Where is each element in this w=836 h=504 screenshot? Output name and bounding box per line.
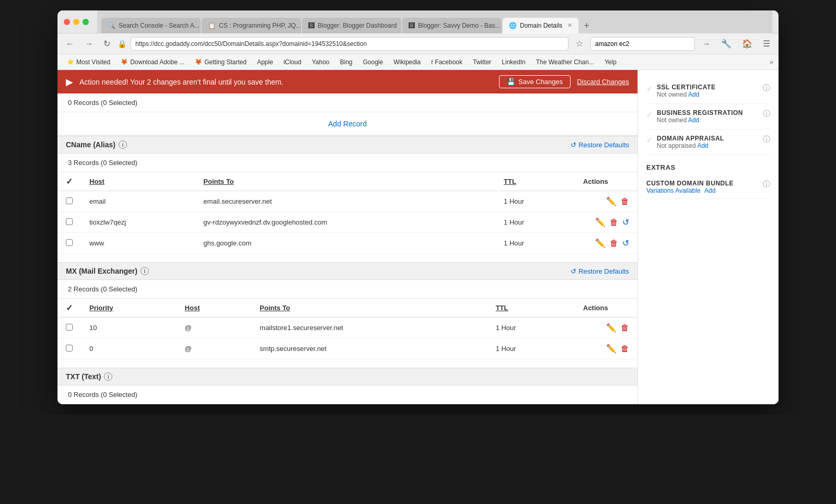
cname-row2-checkbox[interactable] [66, 218, 73, 225]
bookmark-getting-started[interactable]: 🦊 Getting Started [191, 57, 251, 67]
add-record-link[interactable]: Add Record [328, 120, 367, 128]
tab-search-console[interactable]: 🔍 Search Console - Search A... ✕ [101, 18, 201, 33]
undo-icon-cname-row3[interactable]: ↺ [622, 238, 629, 248]
mx-col-host: Host [185, 304, 200, 312]
tab-close-domain[interactable]: ✕ [567, 22, 572, 29]
bookmark-star[interactable]: ☆ [573, 38, 586, 50]
ssl-add-link[interactable]: Add [688, 91, 699, 98]
bookmark-yahoo[interactable]: Yahoo [308, 57, 334, 67]
tab-cs-programming[interactable]: 📋 CS : Programming PHP, JQ... ✕ [202, 18, 301, 33]
cname-restore-label: Restore Defaults [578, 141, 629, 149]
minimize-button[interactable] [73, 19, 79, 25]
close-button[interactable] [64, 19, 70, 25]
delete-icon-cname-row3[interactable]: 🗑 [610, 239, 618, 248]
bookmark-yelp[interactable]: Yelp [600, 57, 621, 67]
cname-select-all[interactable]: ✓ [66, 177, 73, 186]
ssl-status-text: Not owned [657, 91, 687, 98]
tab-label-blogger2: Blogger: Savvy Demo - Bas... [418, 22, 500, 29]
tab-label-cs: CS : Programming PHP, JQ... [219, 22, 301, 29]
bookmark-download-adobe[interactable]: 🦊 Download Adobe ... [117, 57, 189, 67]
bookmark-label-facebook: Facebook [435, 58, 462, 66]
delete-icon-mx-row2[interactable]: 🗑 [621, 344, 629, 354]
bookmark-apple[interactable]: Apple [253, 57, 277, 67]
delete-icon-mx-row1[interactable]: 🗑 [621, 323, 629, 333]
cname-col-actions: Actions [575, 172, 637, 191]
extras-bundle-add-link[interactable]: Add [704, 187, 715, 194]
cname-row2-points-to: gv-rdzoywyxvednzf.dv.googlehosted.com [195, 212, 495, 233]
home-button[interactable]: 🏠 [739, 38, 756, 50]
edit-icon-cname-row3[interactable]: ✏️ [595, 238, 606, 248]
menu-button[interactable]: ☰ [760, 38, 773, 50]
edit-icon-mx-row2[interactable]: ✏️ [606, 344, 617, 354]
business-reg-check-icon: ✓ [646, 110, 653, 119]
add-record-row: Add Record [57, 112, 637, 136]
domain-appraisal-info-icon[interactable]: ⓘ [763, 135, 770, 144]
banner-text: Action needed! Your 2 changes aren't fin… [79, 78, 493, 86]
cname-row1-actions: ✏️ 🗑 [583, 196, 629, 206]
edit-icon-cname-row2[interactable]: ✏️ [595, 217, 606, 227]
edit-icon-mx-row1[interactable]: ✏️ [606, 323, 617, 333]
txt-info-icon[interactable]: i [104, 372, 112, 381]
reload-button[interactable]: ↻ [100, 38, 113, 50]
mx-info-icon[interactable]: i [141, 267, 149, 275]
table-row: 10 @ mailstore1.secureserver.net 1 Hour … [57, 318, 637, 338]
back-button[interactable]: ← [63, 38, 77, 50]
bookmark-twitter[interactable]: Twitter [469, 57, 495, 67]
undo-icon-cname-row2[interactable]: ↺ [622, 217, 629, 227]
bookmark-icon-download-adobe: 🦊 [121, 58, 128, 65]
bookmark-label-wikipedia: Wikipedia [393, 58, 421, 66]
ssl-info-icon[interactable]: ⓘ [763, 84, 770, 93]
business-reg-info-icon[interactable]: ⓘ [763, 109, 770, 119]
bookmark-label-google: Google [363, 58, 384, 66]
bookmark-most-visited[interactable]: ⭐ Most Visited [63, 57, 114, 67]
business-reg-add-link[interactable]: Add [688, 116, 699, 124]
bookmark-label-yahoo: Yahoo [312, 58, 330, 66]
mx-col-priority: Priority [89, 304, 113, 312]
bookmark-icloud[interactable]: iCloud [280, 57, 306, 67]
extras-bundle-info-icon[interactable]: ⓘ [763, 180, 770, 189]
top-records-count: 0 Records (0 Selected) [57, 93, 637, 112]
tab-label-domain: Domain Details [520, 22, 562, 29]
url-input[interactable] [131, 37, 568, 51]
ssl-check-icon: ✓ [646, 85, 653, 93]
right-sidebar: ✓ SSL CERTIFICATE Not owned Add ⓘ [637, 70, 779, 404]
mx-row1-priority: 10 [81, 318, 177, 338]
bookmark-linkedin[interactable]: LinkedIn [497, 57, 529, 67]
mx-row1-checkbox[interactable] [66, 324, 73, 331]
bookmark-facebook[interactable]: f Facebook [427, 57, 467, 67]
save-changes-button[interactable]: 💾 Save Changes [499, 75, 571, 88]
domain-appraisal-add-link[interactable]: Add [697, 142, 708, 149]
search-input[interactable] [590, 37, 695, 51]
search-go[interactable]: → [699, 38, 714, 50]
mx-select-all[interactable]: ✓ [66, 303, 73, 312]
bookmark-label-apple: Apple [257, 58, 273, 66]
toolbar-button[interactable]: 🔧 [718, 38, 735, 50]
cname-info-icon[interactable]: i [119, 140, 127, 149]
bookmark-weather[interactable]: The Weather Chan... [532, 57, 598, 67]
cname-row1-checkbox[interactable] [66, 197, 73, 204]
mx-row2-checkbox[interactable] [66, 345, 73, 351]
tab-blogger-savvy[interactable]: 🅱 Blogger: Savvy Demo - Bas... ✕ [402, 18, 502, 33]
bookmark-label-yelp: Yelp [605, 58, 617, 66]
save-changes-label: Save Changes [518, 78, 563, 86]
main-content: ▶ Action needed! Your 2 changes aren't f… [57, 70, 637, 404]
tab-domain-details[interactable]: 🌐 Domain Details ✕ [503, 18, 578, 33]
bookmark-google[interactable]: Google [359, 57, 388, 67]
edit-icon-cname-row1[interactable]: ✏️ [606, 196, 617, 206]
cname-row3-points-to: ghs.google.com [195, 233, 495, 254]
cname-row3-checkbox[interactable] [66, 239, 73, 246]
bookmark-bing[interactable]: Bing [335, 57, 356, 67]
maximize-button[interactable] [83, 19, 89, 25]
bookmark-wikipedia[interactable]: Wikipedia [389, 57, 425, 67]
tab-blogger-dashboard[interactable]: 🅱 Blogger: Blogger Dashboard ✕ [302, 18, 401, 33]
tab-icon-blogger1: 🅱 [308, 22, 315, 29]
bookmarks-overflow[interactable]: » [770, 58, 773, 66]
cname-restore-defaults[interactable]: ↺ Restore Defaults [571, 141, 629, 149]
new-tab-button[interactable]: + [579, 20, 594, 31]
mx-restore-defaults[interactable]: ↺ Restore Defaults [571, 267, 629, 275]
forward-button[interactable]: → [82, 38, 96, 50]
delete-icon-cname-row2[interactable]: 🗑 [610, 218, 618, 227]
delete-icon-cname-row1[interactable]: 🗑 [621, 197, 629, 206]
ssl-info: SSL CERTIFICATE Not owned Add [657, 84, 715, 98]
discard-changes-button[interactable]: Discard Changes [577, 78, 629, 86]
